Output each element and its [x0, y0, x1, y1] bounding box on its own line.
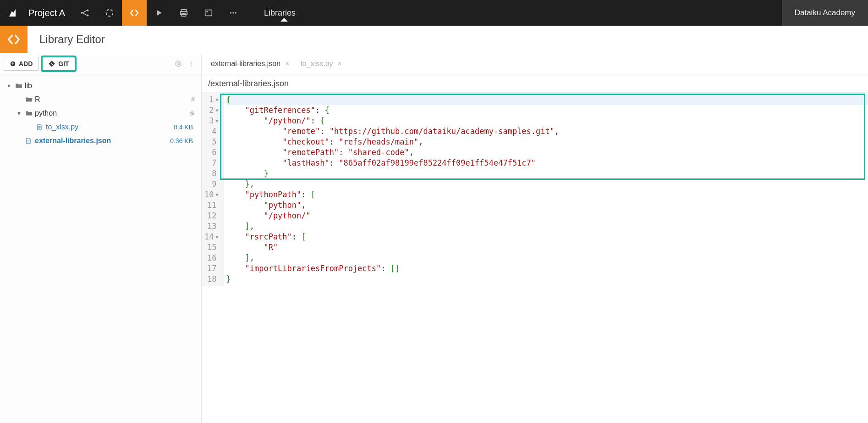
- caret-down-icon: ▼: [6, 83, 15, 89]
- svg-point-15: [176, 61, 181, 67]
- fold-icon[interactable]: ▼: [215, 189, 218, 200]
- add-label: ADD: [19, 60, 33, 67]
- fold-icon[interactable]: ▼: [215, 95, 218, 105]
- svg-point-17: [191, 61, 192, 62]
- svg-rect-6: [181, 14, 186, 17]
- file-tab-label: to_xlsx.py: [300, 60, 333, 68]
- file-path: /external-libraries.json: [202, 74, 868, 93]
- file-size: 0.36 KB: [161, 137, 198, 145]
- app-logo[interactable]: [0, 0, 26, 26]
- print-icon[interactable]: [171, 0, 196, 26]
- project-name[interactable]: Project A: [26, 8, 72, 18]
- git-label: GIT: [58, 60, 69, 67]
- page-title: Library Editor: [27, 33, 105, 46]
- code-line[interactable]: "lastHash": "865aff02af98199ef85224ff09e…: [226, 158, 868, 168]
- file-size: 0.4 KB: [161, 123, 198, 131]
- folder-icon: [25, 95, 35, 104]
- svg-point-16: [177, 62, 179, 65]
- git-icon: [48, 60, 55, 67]
- flow-icon[interactable]: [72, 0, 97, 26]
- sidebar-toolbar: ADD GIT: [0, 53, 201, 74]
- file-icon: [36, 123, 46, 131]
- code-line[interactable]: "gitReferences": {: [226, 105, 868, 116]
- tree-folder-lib[interactable]: ▼ lib: [4, 79, 198, 93]
- folder-icon: [15, 82, 25, 90]
- top-bar: Project A Libraries Dataiku Academy: [0, 0, 868, 26]
- svg-point-10: [232, 12, 234, 13]
- code-line[interactable]: "remotePath": "shared-code",: [226, 147, 868, 158]
- svg-point-0: [81, 12, 83, 14]
- target-icon[interactable]: [172, 57, 185, 70]
- tree-label: to_xlsx.py: [46, 123, 161, 131]
- svg-point-11: [235, 12, 236, 13]
- fold-icon[interactable]: ▼: [215, 105, 218, 116]
- code-line[interactable]: {: [226, 95, 868, 105]
- svg-point-19: [191, 65, 192, 66]
- close-icon[interactable]: ×: [338, 60, 342, 68]
- play-icon[interactable]: [147, 0, 171, 26]
- code-line[interactable]: "R": [226, 242, 868, 253]
- tree-file-to-xlsx[interactable]: to_xlsx.py 0.4 KB: [4, 120, 198, 134]
- tree-label: python: [35, 109, 188, 117]
- code-icon[interactable]: [122, 0, 147, 26]
- user-area[interactable]: Dataiku Academy: [782, 0, 868, 26]
- folder-icon: [25, 109, 35, 117]
- line-gutter: 1▼ 2▼ 3▼ 4 5 6 7 8 9 10▼ 11 12 13 14▼ 15: [202, 93, 224, 286]
- tree-label: R: [35, 95, 188, 104]
- code-line[interactable]: }: [226, 274, 868, 284]
- kebab-icon[interactable]: [185, 57, 198, 70]
- file-tab-external-libraries[interactable]: external-libraries.json ×: [206, 56, 294, 71]
- tree-folder-r[interactable]: R R: [4, 93, 198, 106]
- fold-icon[interactable]: ▼: [215, 232, 218, 242]
- circle-icon[interactable]: [97, 0, 122, 26]
- tree-file-external-libraries[interactable]: external-libraries.json 0.36 KB: [4, 134, 198, 148]
- fold-icon[interactable]: ▼: [215, 116, 218, 126]
- r-lang-icon: R: [188, 96, 198, 103]
- editor-pane: external-libraries.json × to_xlsx.py × /…: [202, 53, 868, 423]
- code-line[interactable]: ],: [226, 221, 868, 232]
- file-tab-to-xlsx[interactable]: to_xlsx.py ×: [296, 56, 346, 71]
- tree-label: external-libraries.json: [35, 137, 161, 145]
- code-line[interactable]: "python",: [226, 200, 868, 211]
- code-line[interactable]: },: [226, 179, 868, 189]
- more-icon[interactable]: [221, 0, 246, 26]
- file-tree: ▼ lib R R ▼ python to_xlsx.py 0.4 KB: [0, 74, 201, 152]
- code-lines[interactable]: { "gitReferences": { "/python/": { "remo…: [224, 93, 868, 286]
- tree-folder-python[interactable]: ▼ python: [4, 106, 198, 120]
- svg-rect-8: [206, 11, 208, 12]
- svg-point-18: [191, 63, 192, 64]
- code-line[interactable]: ],: [226, 253, 868, 263]
- section-icon: [0, 26, 27, 53]
- code-line[interactable]: "remote": "https://github.com/dataiku/ac…: [226, 126, 868, 137]
- caret-down-icon: ▼: [16, 111, 25, 116]
- git-button[interactable]: GIT: [42, 57, 75, 71]
- code-line[interactable]: }: [226, 168, 868, 179]
- file-icon: [25, 137, 35, 145]
- tab-marker-icon: [280, 18, 288, 22]
- file-tabstrip: external-libraries.json × to_xlsx.py ×: [202, 53, 868, 74]
- code-editor[interactable]: 1▼ 2▼ 3▼ 4 5 6 7 8 9 10▼ 11 12 13 14▼ 15: [202, 93, 868, 423]
- svg-point-1: [87, 9, 88, 11]
- sidebar: ADD GIT ▼ lib R R: [0, 53, 202, 423]
- code-line[interactable]: "/python/": [226, 211, 868, 221]
- svg-rect-7: [205, 10, 212, 16]
- dashboard-icon[interactable]: [196, 0, 221, 26]
- code-line[interactable]: "/python/": {: [226, 116, 868, 126]
- svg-point-9: [230, 12, 231, 13]
- topbar-tab-title[interactable]: Libraries: [264, 8, 296, 18]
- close-icon[interactable]: ×: [285, 60, 289, 68]
- tree-label: lib: [25, 82, 198, 90]
- code-line[interactable]: "importLibrariesFromProjects": []: [226, 263, 868, 274]
- plus-circle-icon: [10, 61, 16, 67]
- svg-point-3: [106, 10, 113, 17]
- second-bar: Library Editor: [0, 26, 868, 53]
- code-line[interactable]: "checkout": "refs/heads/main",: [226, 137, 868, 147]
- file-tab-label: external-libraries.json: [211, 60, 280, 68]
- svg-point-2: [87, 14, 88, 16]
- python-lang-icon: [188, 110, 198, 117]
- code-line[interactable]: "pythonPath": [: [226, 189, 868, 200]
- add-button[interactable]: ADD: [4, 57, 38, 71]
- code-line[interactable]: "rsrcPath": [: [226, 232, 868, 242]
